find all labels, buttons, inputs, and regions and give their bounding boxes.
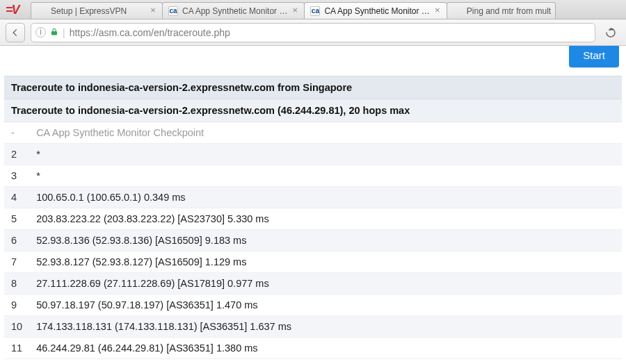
hop-row: 5203.83.223.22 (203.83.223.22) [AS23730]… — [4, 208, 622, 230]
hop-number: 4 — [4, 187, 29, 208]
hop-row: 827.111.228.69 (27.111.228.69) [AS17819]… — [4, 273, 622, 295]
favicon-blank-icon — [453, 6, 463, 16]
tab-ca-monitor-2[interactable]: ca CA App Synthetic Monitor … × — [304, 2, 447, 19]
app-menu-icon[interactable]: =V — [6, 3, 19, 17]
back-button[interactable] — [6, 23, 25, 42]
favicon-ca-icon: ca — [168, 6, 178, 16]
hop-number: 11 — [4, 338, 29, 359]
reload-button[interactable] — [601, 23, 620, 42]
tab-label: CA App Synthetic Monitor … — [182, 6, 287, 16]
tab-label: Setup | ExpressVPN — [51, 6, 145, 16]
tab-setup-expressvpn[interactable]: Setup | ExpressVPN × — [31, 2, 163, 19]
page-body: Start Traceroute to indonesia-ca-version… — [0, 46, 626, 364]
hop-row: 4100.65.0.1 (100.65.0.1) 0.349 ms — [4, 187, 622, 208]
url-bar[interactable]: i | https://asm.ca.com/en/traceroute.php — [31, 23, 595, 42]
hop-detail: 203.83.223.22 (203.83.223.22) [AS23730] … — [29, 208, 622, 230]
reload-icon — [604, 26, 617, 39]
hop-number: - — [4, 122, 29, 144]
hop-number: 2 — [4, 144, 29, 165]
tab-strip: =V Setup | ExpressVPN × ca CA App Synthe… — [0, 0, 626, 19]
hop-detail: 52.93.8.127 (52.93.8.127) [AS16509] 1.12… — [29, 251, 622, 273]
lock-icon — [50, 27, 58, 38]
hop-row: 950.97.18.197 (50.97.18.197) [AS36351] 1… — [4, 295, 622, 316]
hop-detail: * — [29, 144, 622, 165]
url-text[interactable]: https://asm.ca.com/en/traceroute.php — [70, 27, 591, 38]
close-icon[interactable]: × — [290, 6, 300, 16]
close-icon[interactable]: × — [148, 6, 158, 16]
hop-number: 10 — [4, 316, 29, 338]
hop-number: 7 — [4, 251, 29, 273]
hop-detail: * — [29, 165, 622, 187]
hop-detail: 174.133.118.131 (174.133.118.131) [AS363… — [29, 316, 622, 338]
hop-row: -CA App Synthetic Monitor Checkpoint — [4, 122, 622, 144]
tab-ping-mtr[interactable]: Ping and mtr from mult × — [447, 2, 556, 19]
panel-subheader: Traceroute to indonesia-ca-version-2.exp… — [4, 99, 622, 122]
hop-number: 3 — [4, 165, 29, 187]
panel-header: Traceroute to indonesia-ca-version-2.exp… — [4, 76, 622, 99]
hops-table: -CA App Synthetic Monitor Checkpoint2*3*… — [4, 122, 622, 359]
tab-label: CA App Synthetic Monitor … — [324, 6, 429, 16]
hop-detail: 100.65.0.1 (100.65.0.1) 0.349 ms — [29, 187, 622, 208]
hop-detail: 50.97.18.197 (50.97.18.197) [AS36351] 1.… — [29, 295, 622, 316]
tab-label: Ping and mtr from mult — [467, 6, 551, 16]
favicon-ca-icon: ca — [310, 6, 320, 16]
close-icon[interactable]: × — [433, 6, 442, 16]
hop-row: 3* — [4, 165, 622, 187]
start-button[interactable]: Start — [569, 46, 619, 67]
hop-row: 10174.133.118.131 (174.133.118.131) [AS3… — [4, 316, 622, 338]
hop-number: 5 — [4, 208, 29, 230]
tab-ca-monitor-1[interactable]: ca CA App Synthetic Monitor … × — [162, 2, 305, 19]
hop-number: 9 — [4, 295, 29, 316]
hop-number: 6 — [4, 230, 29, 251]
arrow-left-icon — [10, 28, 20, 38]
toolbar: i | https://asm.ca.com/en/traceroute.php — [0, 19, 626, 46]
hop-detail: 27.111.228.69 (27.111.228.69) [AS17819] … — [29, 273, 622, 295]
hop-detail: 46.244.29.81 (46.244.29.81) [AS36351] 1.… — [29, 338, 622, 359]
hop-row: 652.93.8.136 (52.93.8.136) [AS16509] 9.1… — [4, 230, 622, 251]
hop-row: 752.93.8.127 (52.93.8.127) [AS16509] 1.1… — [4, 251, 622, 273]
action-row: Start — [0, 46, 626, 76]
favicon-blank-icon — [37, 6, 47, 16]
hop-row: 1146.244.29.81 (46.244.29.81) [AS36351] … — [4, 338, 622, 359]
hop-detail: CA App Synthetic Monitor Checkpoint — [29, 122, 622, 144]
separator: | — [63, 27, 65, 38]
site-info-icon[interactable]: i — [35, 27, 46, 38]
hop-detail: 52.93.8.136 (52.93.8.136) [AS16509] 9.18… — [29, 230, 622, 251]
hop-row: 2* — [4, 144, 622, 165]
traceroute-panel: Traceroute to indonesia-ca-version-2.exp… — [4, 76, 622, 359]
hop-number: 8 — [4, 273, 29, 295]
